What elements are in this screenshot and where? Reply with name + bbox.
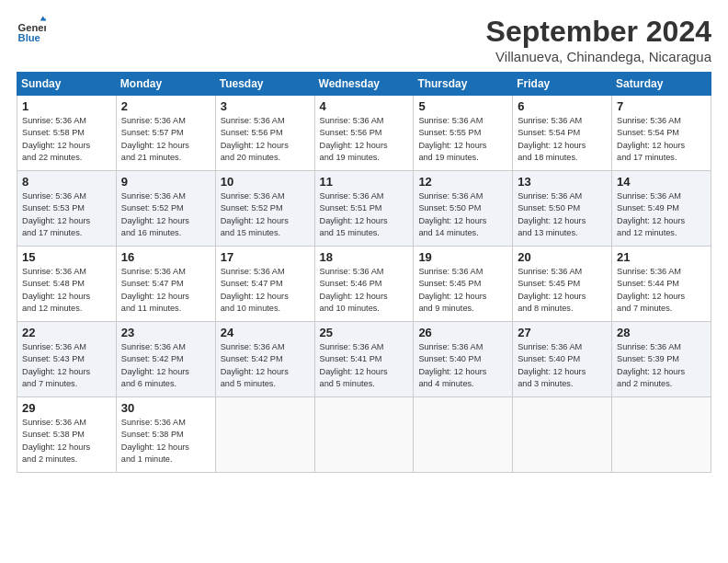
cell-2-6: 13Sunrise: 5:36 AM Sunset: 5:50 PM Dayli…	[513, 171, 612, 247]
day-number-12: 12	[418, 175, 508, 189]
day-detail-9: Sunrise: 5:36 AM Sunset: 5:52 PM Dayligh…	[121, 190, 211, 239]
day-detail-14: Sunrise: 5:36 AM Sunset: 5:49 PM Dayligh…	[617, 190, 707, 239]
col-sunday: Sunday	[17, 73, 117, 96]
day-detail-1: Sunrise: 5:36 AM Sunset: 5:58 PM Dayligh…	[22, 115, 112, 164]
cell-1-1: 1Sunrise: 5:36 AM Sunset: 5:58 PM Daylig…	[17, 96, 117, 171]
day-number-6: 6	[518, 99, 608, 113]
cell-4-6: 27Sunrise: 5:36 AM Sunset: 5:40 PM Dayli…	[513, 322, 612, 397]
cell-5-3	[215, 397, 314, 473]
week-row-2: 8Sunrise: 5:36 AM Sunset: 5:53 PM Daylig…	[17, 171, 711, 247]
day-detail-8: Sunrise: 5:36 AM Sunset: 5:53 PM Dayligh…	[22, 190, 112, 239]
col-tuesday: Tuesday	[215, 73, 314, 96]
day-number-5: 5	[418, 99, 508, 113]
day-detail-12: Sunrise: 5:36 AM Sunset: 5:50 PM Dayligh…	[418, 190, 508, 239]
day-detail-13: Sunrise: 5:36 AM Sunset: 5:50 PM Dayligh…	[518, 190, 608, 239]
day-number-28: 28	[617, 326, 707, 339]
svg-text:General: General	[18, 22, 46, 33]
cell-4-2: 23Sunrise: 5:36 AM Sunset: 5:42 PM Dayli…	[116, 322, 215, 397]
logo: General Blue	[17, 15, 46, 44]
day-detail-15: Sunrise: 5:36 AM Sunset: 5:48 PM Dayligh…	[22, 266, 112, 315]
calendar-table: Sunday Monday Tuesday Wednesday Thursday…	[17, 72, 711, 473]
day-detail-3: Sunrise: 5:36 AM Sunset: 5:56 PM Dayligh…	[221, 115, 311, 164]
day-detail-17: Sunrise: 5:36 AM Sunset: 5:47 PM Dayligh…	[221, 266, 311, 315]
header-row: Sunday Monday Tuesday Wednesday Thursday…	[17, 73, 711, 96]
day-number-25: 25	[320, 326, 410, 339]
day-detail-6: Sunrise: 5:36 AM Sunset: 5:54 PM Dayligh…	[518, 115, 608, 164]
day-number-11: 11	[320, 175, 410, 189]
cell-1-2: 2Sunrise: 5:36 AM Sunset: 5:57 PM Daylig…	[116, 96, 215, 171]
cell-5-2: 30Sunrise: 5:36 AM Sunset: 5:38 PM Dayli…	[116, 397, 215, 473]
day-number-4: 4	[320, 99, 410, 113]
day-number-21: 21	[617, 250, 707, 264]
cell-2-4: 11Sunrise: 5:36 AM Sunset: 5:51 PM Dayli…	[314, 171, 414, 247]
page-title: September 2024	[486, 15, 711, 49]
day-detail-5: Sunrise: 5:36 AM Sunset: 5:55 PM Dayligh…	[418, 115, 508, 164]
svg-text:Blue: Blue	[18, 32, 40, 43]
cell-2-5: 12Sunrise: 5:36 AM Sunset: 5:50 PM Dayli…	[414, 171, 513, 247]
cell-5-7	[612, 397, 711, 473]
week-row-5: 29Sunrise: 5:36 AM Sunset: 5:38 PM Dayli…	[17, 397, 711, 473]
logo-icon: General Blue	[17, 15, 46, 44]
cell-4-5: 26Sunrise: 5:36 AM Sunset: 5:40 PM Dayli…	[414, 322, 513, 397]
cell-3-7: 21Sunrise: 5:36 AM Sunset: 5:44 PM Dayli…	[612, 247, 711, 322]
day-detail-30: Sunrise: 5:36 AM Sunset: 5:38 PM Dayligh…	[121, 417, 211, 465]
col-thursday: Thursday	[414, 73, 513, 96]
cell-4-1: 22Sunrise: 5:36 AM Sunset: 5:43 PM Dayli…	[17, 322, 117, 397]
day-detail-26: Sunrise: 5:36 AM Sunset: 5:40 PM Dayligh…	[418, 341, 508, 390]
cell-2-1: 8Sunrise: 5:36 AM Sunset: 5:53 PM Daylig…	[17, 171, 117, 247]
day-number-22: 22	[22, 326, 112, 339]
cell-2-2: 9Sunrise: 5:36 AM Sunset: 5:52 PM Daylig…	[116, 171, 215, 247]
day-detail-23: Sunrise: 5:36 AM Sunset: 5:42 PM Dayligh…	[121, 341, 211, 390]
cell-4-7: 28Sunrise: 5:36 AM Sunset: 5:39 PM Dayli…	[612, 322, 711, 397]
day-number-27: 27	[518, 326, 608, 339]
day-number-1: 1	[22, 99, 112, 113]
calendar-page: General Blue September 2024 Villanueva, …	[0, 0, 728, 563]
col-monday: Monday	[116, 73, 215, 96]
cell-3-1: 15Sunrise: 5:36 AM Sunset: 5:48 PM Dayli…	[17, 247, 117, 322]
day-number-23: 23	[121, 326, 211, 339]
cell-3-3: 17Sunrise: 5:36 AM Sunset: 5:47 PM Dayli…	[215, 247, 314, 322]
cell-1-3: 3Sunrise: 5:36 AM Sunset: 5:56 PM Daylig…	[215, 96, 314, 171]
week-row-4: 22Sunrise: 5:36 AM Sunset: 5:43 PM Dayli…	[17, 322, 711, 397]
cell-5-4	[314, 397, 414, 473]
day-number-17: 17	[221, 250, 311, 264]
col-saturday: Saturday	[612, 73, 711, 96]
day-number-8: 8	[22, 175, 112, 189]
day-number-10: 10	[221, 175, 311, 189]
day-detail-16: Sunrise: 5:36 AM Sunset: 5:47 PM Dayligh…	[121, 266, 211, 315]
col-friday: Friday	[513, 73, 612, 96]
cell-3-2: 16Sunrise: 5:36 AM Sunset: 5:47 PM Dayli…	[116, 247, 215, 322]
day-number-7: 7	[617, 99, 707, 113]
cell-1-6: 6Sunrise: 5:36 AM Sunset: 5:54 PM Daylig…	[513, 96, 612, 171]
day-number-30: 30	[121, 401, 211, 415]
day-detail-18: Sunrise: 5:36 AM Sunset: 5:46 PM Dayligh…	[320, 266, 410, 315]
cell-1-7: 7Sunrise: 5:36 AM Sunset: 5:54 PM Daylig…	[612, 96, 711, 171]
day-number-2: 2	[121, 99, 211, 113]
day-detail-22: Sunrise: 5:36 AM Sunset: 5:43 PM Dayligh…	[22, 341, 112, 390]
day-number-14: 14	[617, 175, 707, 189]
cell-4-4: 25Sunrise: 5:36 AM Sunset: 5:41 PM Dayli…	[314, 322, 414, 397]
cell-3-4: 18Sunrise: 5:36 AM Sunset: 5:46 PM Dayli…	[314, 247, 414, 322]
cell-1-4: 4Sunrise: 5:36 AM Sunset: 5:56 PM Daylig…	[314, 96, 414, 171]
day-detail-24: Sunrise: 5:36 AM Sunset: 5:42 PM Dayligh…	[221, 341, 311, 390]
page-subtitle: Villanueva, Chinandega, Nicaragua	[486, 49, 711, 64]
cell-1-5: 5Sunrise: 5:36 AM Sunset: 5:55 PM Daylig…	[414, 96, 513, 171]
day-detail-20: Sunrise: 5:36 AM Sunset: 5:45 PM Dayligh…	[518, 266, 608, 315]
day-number-13: 13	[518, 175, 608, 189]
cell-2-3: 10Sunrise: 5:36 AM Sunset: 5:52 PM Dayli…	[215, 171, 314, 247]
cell-2-7: 14Sunrise: 5:36 AM Sunset: 5:49 PM Dayli…	[612, 171, 711, 247]
cell-3-5: 19Sunrise: 5:36 AM Sunset: 5:45 PM Dayli…	[414, 247, 513, 322]
day-number-20: 20	[518, 250, 608, 264]
day-number-15: 15	[22, 250, 112, 264]
day-detail-28: Sunrise: 5:36 AM Sunset: 5:39 PM Dayligh…	[617, 341, 707, 390]
cell-5-6	[513, 397, 612, 473]
day-detail-10: Sunrise: 5:36 AM Sunset: 5:52 PM Dayligh…	[221, 190, 311, 239]
day-detail-7: Sunrise: 5:36 AM Sunset: 5:54 PM Dayligh…	[617, 115, 707, 164]
day-number-9: 9	[121, 175, 211, 189]
cell-4-3: 24Sunrise: 5:36 AM Sunset: 5:42 PM Dayli…	[215, 322, 314, 397]
cell-3-6: 20Sunrise: 5:36 AM Sunset: 5:45 PM Dayli…	[513, 247, 612, 322]
day-detail-27: Sunrise: 5:36 AM Sunset: 5:40 PM Dayligh…	[518, 341, 608, 390]
col-wednesday: Wednesday	[314, 73, 414, 96]
cell-5-1: 29Sunrise: 5:36 AM Sunset: 5:38 PM Dayli…	[17, 397, 117, 473]
day-detail-25: Sunrise: 5:36 AM Sunset: 5:41 PM Dayligh…	[320, 341, 410, 390]
